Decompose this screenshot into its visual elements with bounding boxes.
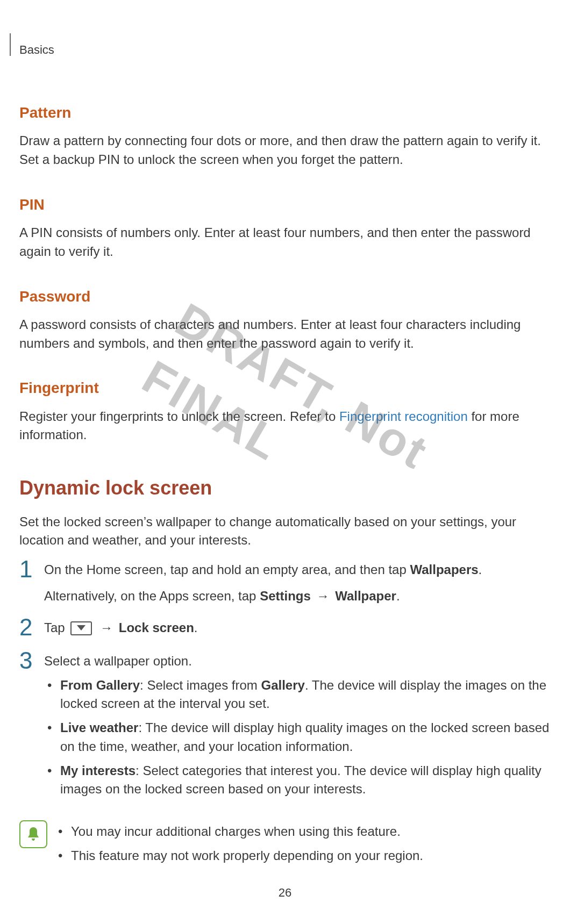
steps-list: 1 On the Home screen, tap and hold an em… [19, 561, 551, 804]
bullet-live-weather: Live weather: The device will display hi… [44, 719, 551, 756]
fingerprint-body-pre: Register your fingerprints to unlock the… [19, 409, 339, 424]
step-number-2: 2 [19, 615, 44, 639]
bullet-from-gallery: From Gallery: Select images from Gallery… [44, 676, 551, 714]
manual-page: Basics DRAFT, Not FINAL Pattern Draw a p… [0, 0, 570, 924]
note-item-0: You may incur additional charges when us… [55, 822, 551, 841]
step1-line2-bold1: Settings [260, 589, 311, 603]
step-1-body: On the Home screen, tap and hold an empt… [44, 561, 551, 606]
step-number-1: 1 [19, 557, 44, 581]
step2-post: . [194, 620, 198, 635]
link-fingerprint-recognition[interactable]: Fingerprint recognition [339, 409, 468, 424]
dropdown-icon [70, 621, 92, 635]
step1-line1-pre: On the Home screen, tap and hold an empt… [44, 562, 410, 577]
paragraph-dynamic-intro: Set the locked screen’s wallpaper to cha… [19, 513, 551, 550]
note-item-1: This feature may not work properly depen… [55, 847, 551, 865]
step-2-body: Tap → Lock screen. [44, 619, 551, 638]
heading-pin: PIN [19, 194, 551, 215]
paragraph-pin: A PIN consists of numbers only. Enter at… [19, 224, 551, 261]
arrow-icon: → [96, 620, 116, 635]
bell-icon [19, 820, 47, 848]
step1-line2-post: . [396, 589, 400, 603]
bullet-2-bold: My interests [60, 763, 136, 778]
step1-line1-post: . [479, 562, 482, 577]
heading-dynamic-lock-screen: Dynamic lock screen [19, 475, 551, 502]
paragraph-fingerprint: Register your fingerprints to unlock the… [19, 407, 551, 445]
bullet-1-bold: Live weather [60, 720, 138, 735]
bullet-0-bold: From Gallery [60, 678, 140, 692]
running-header: Basics [19, 42, 54, 59]
step2-pre: Tap [44, 620, 68, 635]
step1-line2-bold2: Wallpaper [335, 589, 396, 603]
bullet-my-interests: My interests: Select categories that int… [44, 762, 551, 799]
step2-bold: Lock screen [119, 620, 194, 635]
note-block: You may incur additional charges when us… [19, 817, 551, 871]
step-3-body: Select a wallpaper option. From Gallery:… [44, 652, 551, 805]
step-2: 2 Tap → Lock screen. [19, 619, 551, 639]
note-list: You may incur additional charges when us… [55, 817, 551, 871]
heading-pattern: Pattern [19, 102, 551, 123]
paragraph-pattern: Draw a pattern by connecting four dots o… [19, 132, 551, 169]
page-number: 26 [0, 885, 570, 901]
step3-bullets: From Gallery: Select images from Gallery… [44, 676, 551, 799]
bullet-0-bold2: Gallery [261, 678, 304, 692]
step1-line1-bold: Wallpapers [410, 562, 478, 577]
paragraph-password: A password consists of characters and nu… [19, 316, 551, 353]
heading-fingerprint: Fingerprint [19, 377, 551, 398]
side-rule [10, 33, 11, 56]
step-3: 3 Select a wallpaper option. From Galler… [19, 652, 551, 805]
step-number-3: 3 [19, 649, 44, 672]
bullet-0-text: : Select images from [140, 678, 261, 692]
page-content: Pattern Draw a pattern by connecting fou… [19, 102, 551, 871]
arrow-icon: → [313, 589, 333, 603]
step1-line2-pre: Alternatively, on the Apps screen, tap [44, 589, 260, 603]
step3-text: Select a wallpaper option. [44, 652, 551, 671]
heading-password: Password [19, 286, 551, 307]
step-1: 1 On the Home screen, tap and hold an em… [19, 561, 551, 606]
